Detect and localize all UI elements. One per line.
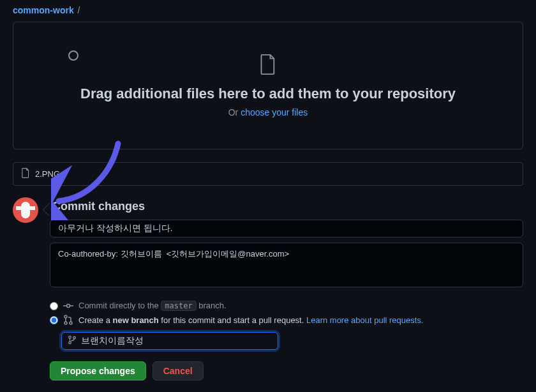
branch-badge: master <box>161 301 196 311</box>
commit-panel: Commit changes Co-authored-by: 깃허브이름 <깃허… <box>50 197 523 381</box>
branch-name-input[interactable] <box>61 332 278 350</box>
propose-changes-button[interactable]: Propose changes <box>50 361 146 381</box>
commit-description-input[interactable]: Co-authored-by: 깃허브이름 <깃허브가입이메일@naver.co… <box>50 243 523 287</box>
uploaded-file-name: 2.PNG <box>35 169 60 179</box>
pull-request-icon <box>63 315 73 325</box>
file-icon <box>21 168 30 180</box>
git-commit-icon <box>63 301 73 311</box>
file-icon <box>259 54 277 78</box>
svg-point-0 <box>67 305 70 308</box>
avatar <box>13 197 38 223</box>
choose-files-link[interactable]: choose your files <box>241 107 308 117</box>
learn-more-link[interactable]: Learn more about pull requests. <box>306 315 424 325</box>
radio-new-branch[interactable]: Create a new branch for this commit and … <box>50 313 523 327</box>
svg-point-7 <box>69 342 71 344</box>
svg-point-8 <box>73 336 76 339</box>
file-dropzone[interactable]: Drag additional files here to add them t… <box>13 22 523 149</box>
radio-newbranch-input[interactable] <box>50 316 58 324</box>
svg-point-5 <box>70 322 72 324</box>
branch-radio-group: Commit directly to the master branch. Cr… <box>50 299 523 350</box>
svg-point-4 <box>64 322 67 324</box>
svg-point-3 <box>64 315 67 318</box>
dropzone-heading: Drag additional files here to add them t… <box>80 86 456 102</box>
cancel-button[interactable]: Cancel <box>153 361 204 381</box>
spinner-icon <box>68 50 78 61</box>
repo-link[interactable]: common-work <box>13 5 74 15</box>
radio-commit-direct[interactable]: Commit directly to the master branch. <box>50 299 523 313</box>
radio-direct-input[interactable] <box>50 302 58 310</box>
uploaded-file-chip: 2.PNG <box>13 162 523 186</box>
git-branch-icon <box>68 336 77 347</box>
commit-heading: Commit changes <box>50 197 523 220</box>
commit-summary-input[interactable] <box>50 220 523 237</box>
svg-point-6 <box>69 336 71 338</box>
breadcrumb: common-work / <box>0 0 536 18</box>
breadcrumb-sep: / <box>78 5 80 15</box>
dropzone-subtext: Or choose your files <box>228 107 308 117</box>
